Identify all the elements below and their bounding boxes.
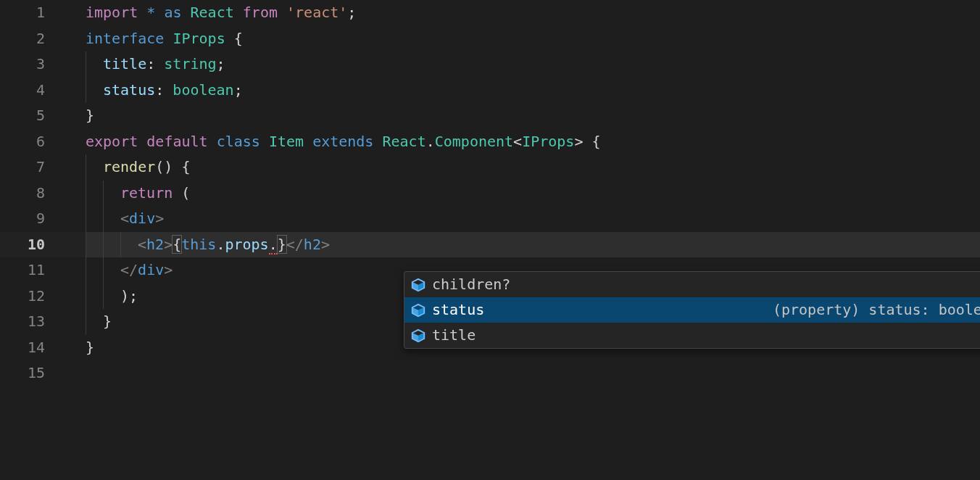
line-number: 4 <box>0 78 45 104</box>
autocomplete-label: status <box>432 297 484 323</box>
keyword-from: from <box>243 4 278 21</box>
line-number-current: 10 <box>0 232 45 258</box>
identifier-react: React <box>191 4 234 21</box>
line-number: 7 <box>0 154 45 181</box>
code-line[interactable]: interface IProps { <box>86 26 980 52</box>
dot-error: . <box>269 236 278 255</box>
autocomplete-item-children[interactable]: children? <box>404 272 980 297</box>
autocomplete-label: children? <box>432 272 510 298</box>
field-icon <box>410 302 426 318</box>
autocomplete-popup[interactable]: children? status (property) status: bool… <box>404 271 980 349</box>
keyword-extends: extends <box>312 133 373 150</box>
keyword-export: export <box>86 133 138 150</box>
parens: () <box>155 158 173 175</box>
tag-h2: h2 <box>146 236 164 253</box>
brace-open: { <box>181 158 190 175</box>
autocomplete-detail-text: (property) status: boolean <box>773 297 980 323</box>
code-line[interactable]: title: string; <box>86 51 980 78</box>
tag-angle: < <box>120 210 129 227</box>
class-name: Item <box>269 133 304 150</box>
code-editor[interactable]: 1 2 3 4 5 6 7 8 9 10 11 12 13 14 15 impo… <box>0 0 980 480</box>
tag-h2-close: h2 <box>304 236 321 253</box>
identifier-react: React <box>382 133 425 150</box>
autocomplete-item-status[interactable]: status (property) status: boolean i <box>404 297 980 323</box>
type-boolean: boolean <box>173 81 233 99</box>
code-line[interactable]: } <box>86 103 980 129</box>
semicolon: ; <box>347 4 356 21</box>
tag-angle: > <box>164 261 173 278</box>
code-line[interactable]: render() { <box>86 154 980 181</box>
code-line[interactable]: return ( <box>86 181 980 207</box>
tag-angle-close: </ <box>120 261 138 278</box>
line-number: 5 <box>0 103 45 129</box>
brace-close: } <box>86 107 94 124</box>
brace-open: { <box>592 133 601 150</box>
dot: . <box>426 133 435 150</box>
keyword-default: default <box>146 133 207 150</box>
line-number: 14 <box>0 335 45 361</box>
line-number: 13 <box>0 309 45 335</box>
tag-angle: < <box>138 236 146 253</box>
brace-open: { <box>234 30 243 47</box>
code-line[interactable]: <div> <box>86 206 980 232</box>
colon: : <box>146 55 155 73</box>
paren-open: ( <box>181 184 190 202</box>
line-number: 2 <box>0 26 45 52</box>
line-number: 9 <box>0 206 45 232</box>
keyword-this: this <box>181 236 216 253</box>
field-icon <box>410 328 426 344</box>
token-star: * <box>146 4 155 21</box>
tag-angle: > <box>155 210 164 227</box>
line-number: 15 <box>0 360 45 386</box>
code-line[interactable]: status: boolean; <box>86 78 980 104</box>
semicolon: ; <box>217 55 225 73</box>
autocomplete-label: title <box>432 323 476 349</box>
identifier-props: props <box>225 236 268 253</box>
type-string: string <box>164 55 216 73</box>
identifier-component: Component <box>435 133 513 150</box>
tag-div: div <box>129 210 155 227</box>
code-line-current[interactable]: <h2>{this.props.}</h2> <box>86 232 980 258</box>
keyword-interface: interface <box>86 30 164 47</box>
line-number: 12 <box>0 284 45 310</box>
autocomplete-item-title[interactable]: title <box>404 323 980 348</box>
type-name: IProps <box>173 30 225 47</box>
semicolon: ; <box>129 287 138 305</box>
autocomplete-detail: (property) status: boolean i <box>484 297 980 323</box>
line-number: 6 <box>0 129 45 155</box>
gt: > <box>574 133 583 150</box>
jsx-brace-close: } <box>277 235 287 254</box>
type-iprops: IProps <box>522 133 574 150</box>
method-render: render <box>103 158 155 175</box>
property-name: title <box>103 55 146 73</box>
dot: . <box>216 236 225 253</box>
string-literal: 'react' <box>286 4 347 21</box>
line-number: 11 <box>0 257 45 284</box>
paren-close: ) <box>120 287 129 305</box>
line-number: 1 <box>0 0 45 26</box>
code-line[interactable]: import * as React from 'react'; <box>86 0 980 26</box>
code-line[interactable]: export default class Item extends React.… <box>86 129 980 155</box>
keyword-return: return <box>120 184 173 202</box>
keyword-class: class <box>217 133 260 150</box>
keyword-import: import <box>86 4 138 21</box>
tag-angle-close: </ <box>286 236 304 253</box>
brace-close: } <box>103 313 112 330</box>
semicolon: ; <box>234 81 243 99</box>
tag-angle: > <box>321 236 330 253</box>
brace-close: } <box>86 339 94 356</box>
lt: < <box>513 133 522 150</box>
colon: : <box>155 81 164 99</box>
line-number: 8 <box>0 181 45 207</box>
field-icon <box>410 277 426 293</box>
property-name: status <box>103 81 155 99</box>
tag-div-close: div <box>138 261 164 278</box>
code-line[interactable] <box>86 360 980 386</box>
code-area[interactable]: import * as React from 'react'; interfac… <box>65 0 980 480</box>
line-number-gutter: 1 2 3 4 5 6 7 8 9 10 11 12 13 14 15 <box>0 0 65 480</box>
line-number: 3 <box>0 51 45 78</box>
keyword-as: as <box>164 4 181 21</box>
